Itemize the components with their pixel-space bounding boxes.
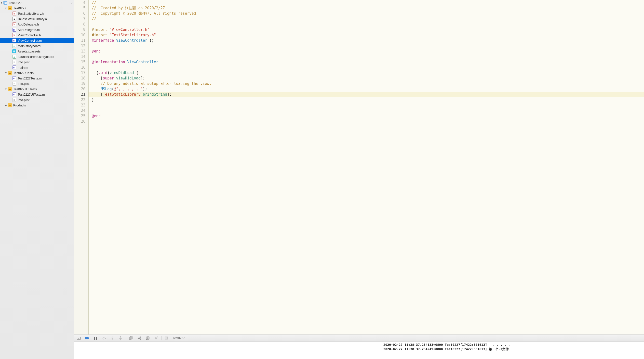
file-LaunchScreen.storyboard[interactable]: ⌂LaunchScreen.storyboard bbox=[0, 54, 74, 59]
file-TestStaticLibrary.h[interactable]: hTestStaticLibrary.h bbox=[0, 11, 74, 16]
svg-point-8 bbox=[138, 338, 139, 339]
line-number[interactable]: 26 bbox=[78, 119, 86, 124]
code-line[interactable]: @end bbox=[88, 48, 644, 54]
line-number[interactable]: 16 bbox=[78, 65, 86, 70]
group-label: Test0227UITests bbox=[13, 87, 37, 91]
code-line[interactable]: NSLog(@", , , , , "); bbox=[88, 86, 644, 92]
line-number[interactable]: 21 bbox=[78, 92, 86, 97]
file-main.m[interactable]: mmain.m bbox=[0, 65, 74, 70]
code-line[interactable]: [TestStaticLibrary pringString]; bbox=[88, 92, 644, 97]
line-number[interactable]: 23 bbox=[78, 102, 86, 108]
group-Products[interactable]: ▶▬Products bbox=[0, 102, 74, 108]
line-number[interactable]: 5 bbox=[78, 5, 86, 11]
code-line[interactable]: // Copyright © 2020 张佳丽. All rights rese… bbox=[88, 11, 644, 16]
project-navigator[interactable]: ▼▤Test0227?▼▬Test0227hTestStaticLibrary.… bbox=[0, 0, 74, 359]
file-AppDelegate.m[interactable]: mAppDelegate.m bbox=[0, 27, 74, 32]
file-Info.plist[interactable]: ≡Info.plist bbox=[0, 97, 74, 102]
file-Main.storyboard[interactable]: ⌂Main.storyboard bbox=[0, 43, 74, 48]
line-number[interactable]: 15 bbox=[78, 59, 86, 65]
file-ViewController.m[interactable]: mViewController.m bbox=[0, 38, 74, 43]
line-number[interactable]: 9 bbox=[78, 27, 86, 32]
file-Info.plist[interactable]: ≡Info.plist bbox=[0, 59, 74, 65]
code-line[interactable]: @interface ViewController () bbox=[88, 38, 644, 43]
file-Test0227Tests.m[interactable]: mTest0227Tests.m bbox=[0, 75, 74, 81]
code-line[interactable] bbox=[88, 108, 644, 113]
group-Test0227[interactable]: ▼▬Test0227 bbox=[0, 5, 74, 11]
file-ViewController.h[interactable]: hViewController.h bbox=[0, 32, 74, 38]
line-number[interactable]: 7 bbox=[78, 16, 86, 21]
code-line[interactable]: // Created by 张佳丽 on 2020/2/27. bbox=[88, 5, 644, 11]
project-root[interactable]: ▼▤Test0227? bbox=[0, 0, 74, 5]
source-editor[interactable]: 4567891011121314151617181920212223242526… bbox=[74, 0, 644, 335]
code-line[interactable]: - (void)viewDidLoad { bbox=[88, 70, 644, 75]
svg-point-3 bbox=[104, 339, 104, 339]
variables-view[interactable] bbox=[74, 342, 382, 359]
file-Assets.xcassets[interactable]: ⊞Assets.xcassets bbox=[0, 48, 74, 54]
code-line[interactable]: // Do any additional setup after loading… bbox=[88, 81, 644, 86]
debug-bar[interactable]: Test0227 bbox=[74, 335, 644, 341]
code-line[interactable] bbox=[88, 21, 644, 27]
process-icon bbox=[164, 336, 169, 340]
code-line[interactable] bbox=[88, 43, 644, 48]
code-line[interactable]: #import "TestStaticLibrary.h" bbox=[88, 32, 644, 38]
line-number[interactable]: 14 bbox=[78, 54, 86, 59]
line-number[interactable]: 13 bbox=[78, 48, 86, 54]
line-number[interactable]: 24 bbox=[78, 108, 86, 113]
environment-overrides-icon[interactable] bbox=[146, 336, 150, 340]
group-Test0227UITests[interactable]: ▼▬Test0227UITests bbox=[0, 86, 74, 92]
line-number[interactable]: 6 bbox=[78, 11, 86, 16]
file-AppDelegate.h[interactable]: hAppDelegate.h bbox=[0, 21, 74, 27]
code-column[interactable]: //// Created by 张佳丽 on 2020/2/27.// Copy… bbox=[88, 0, 644, 335]
code-line[interactable]: #import "ViewController.h" bbox=[88, 27, 644, 32]
line-number[interactable]: 18 bbox=[78, 75, 86, 81]
file-Test0227UITests.m[interactable]: mTest0227UITests.m bbox=[0, 92, 74, 97]
line-number[interactable]: 19 bbox=[78, 81, 86, 86]
file-icon-h: h bbox=[12, 33, 16, 37]
file-Info.plist[interactable]: ≡Info.plist bbox=[0, 81, 74, 86]
code-line[interactable] bbox=[88, 102, 644, 108]
code-line[interactable]: [super viewDidLoad]; bbox=[88, 75, 644, 81]
debug-view-hierarchy-icon[interactable] bbox=[129, 336, 133, 340]
disclosure-triangle-icon[interactable]: ▼ bbox=[4, 87, 7, 90]
line-number[interactable]: 10 bbox=[78, 32, 86, 38]
group-Test0227Tests[interactable]: ▼▬Test0227Tests bbox=[0, 70, 74, 75]
help-badge[interactable]: ? bbox=[71, 1, 72, 5]
code-line[interactable] bbox=[88, 65, 644, 70]
step-over-icon[interactable] bbox=[102, 336, 106, 340]
file-libTestStaticLibrary.a[interactable]: ■libTestStaticLibrary.a bbox=[0, 16, 74, 21]
code-line[interactable]: } bbox=[88, 97, 644, 102]
code-line[interactable] bbox=[88, 54, 644, 59]
line-number[interactable]: 20 bbox=[78, 86, 86, 92]
disclosure-triangle-icon[interactable]: ▼ bbox=[4, 71, 7, 74]
line-number[interactable]: 25 bbox=[78, 113, 86, 119]
code-line[interactable]: // bbox=[88, 16, 644, 21]
breakpoint-toggle-icon[interactable] bbox=[85, 336, 89, 340]
file-icon-m: m bbox=[12, 38, 16, 42]
disclosure-triangle-icon[interactable]: ▼ bbox=[0, 1, 3, 4]
svg-rect-11 bbox=[146, 337, 149, 340]
code-line[interactable] bbox=[88, 119, 644, 124]
code-line[interactable]: @implementation ViewController bbox=[88, 59, 644, 65]
line-number[interactable]: 12 bbox=[78, 43, 86, 48]
line-number[interactable]: 22 bbox=[78, 97, 86, 102]
console-output[interactable]: 2020-02-27 11:38:37.234133+0800 Test0227… bbox=[382, 342, 644, 359]
spacer bbox=[9, 44, 12, 47]
step-into-icon[interactable] bbox=[110, 336, 114, 340]
debug-process-label[interactable]: Test0227 bbox=[173, 337, 185, 340]
file-icon-m: m bbox=[12, 65, 16, 69]
hide-debug-icon[interactable] bbox=[76, 336, 81, 340]
console-area[interactable]: 2020-02-27 11:38:37.234133+0800 Test0227… bbox=[74, 341, 644, 359]
line-number[interactable]: 17 bbox=[78, 70, 86, 75]
code-line[interactable]: // bbox=[88, 0, 644, 5]
line-number[interactable]: 11 bbox=[78, 38, 86, 43]
line-number[interactable]: 8 bbox=[78, 21, 86, 27]
debug-memory-graph-icon[interactable] bbox=[137, 336, 142, 340]
simulate-location-icon[interactable] bbox=[154, 336, 158, 340]
pause-icon[interactable] bbox=[93, 336, 98, 340]
file-label: AppDelegate.h bbox=[18, 22, 39, 26]
step-out-icon[interactable] bbox=[118, 336, 123, 340]
line-number[interactable]: 4 bbox=[78, 0, 86, 5]
code-line[interactable]: @end bbox=[88, 113, 644, 119]
disclosure-triangle-icon[interactable]: ▼ bbox=[4, 7, 7, 9]
disclosure-triangle-icon[interactable]: ▶ bbox=[4, 104, 7, 107]
